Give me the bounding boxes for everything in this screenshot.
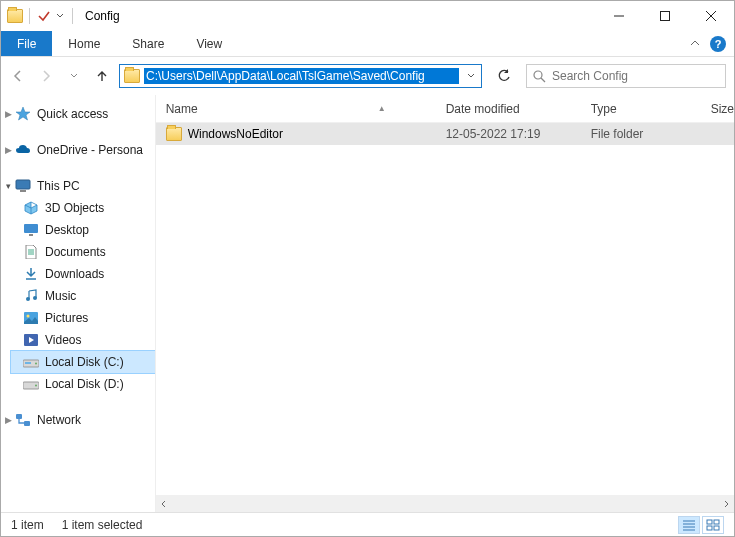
column-label: Size [711,102,734,116]
scroll-left-icon[interactable] [156,495,173,512]
file-list[interactable]: WindowsNoEditor 12-05-2022 17:19 File fo… [156,123,734,495]
sidebar-onedrive[interactable]: ▶ OneDrive - Persona [11,139,155,161]
column-name[interactable]: Name ▲ [166,102,446,116]
sidebar-network[interactable]: ▶ Network [11,409,155,431]
sidebar-item-local-disk-c[interactable]: Local Disk (C:) [11,351,155,373]
sidebar-this-pc[interactable]: ▾ This PC [11,175,155,197]
file-row[interactable]: WindowsNoEditor 12-05-2022 17:19 File fo… [156,123,734,145]
scroll-track[interactable] [173,495,717,512]
svg-rect-5 [20,190,26,192]
svg-point-19 [35,363,37,365]
column-headers: Name ▲ Date modified Type Size [156,95,734,123]
sort-asc-icon: ▲ [378,104,386,113]
drive-icon [23,354,39,370]
svg-rect-7 [29,234,33,236]
address-bar[interactable] [119,64,482,88]
sidebar-item-label: Documents [45,245,106,259]
status-count: 1 item [11,518,44,532]
cube-icon [23,200,39,216]
window-title: Config [85,9,120,23]
svg-point-13 [33,296,37,300]
sidebar-quick-access[interactable]: ▶ Quick access [11,103,155,125]
sidebar-item-label: Local Disk (D:) [45,377,124,391]
svg-rect-1 [661,12,670,21]
status-bar: 1 item 1 item selected [1,512,734,536]
address-input[interactable] [144,68,459,84]
svg-rect-22 [16,414,22,419]
horizontal-scrollbar[interactable] [156,495,734,512]
search-input[interactable] [552,69,719,83]
status-selected: 1 item selected [62,518,143,532]
sidebar-item-local-disk-d[interactable]: Local Disk (D:) [11,373,155,395]
main: ▶ Quick access ▶ OneDrive - Persona ▾ [1,95,734,512]
search-box[interactable] [526,64,726,88]
chevron-down-icon[interactable]: ▾ [3,181,13,191]
svg-rect-23 [24,421,30,426]
svg-point-12 [26,297,30,301]
scroll-right-icon[interactable] [717,495,734,512]
sidebar-item-label: Videos [45,333,81,347]
details-view-button[interactable] [678,516,700,534]
up-button[interactable] [93,67,111,85]
ribbon-right: ? [690,31,734,56]
nav-arrows [9,67,111,85]
qat-dropdown-icon[interactable] [54,8,66,24]
qat-properties-icon[interactable] [36,8,52,24]
close-button[interactable] [688,1,734,31]
thumbnails-view-icon [706,519,720,531]
chevron-right-icon[interactable]: ▶ [3,415,13,425]
tab-share[interactable]: Share [116,31,180,56]
back-button[interactable] [9,67,27,85]
tab-view[interactable]: View [180,31,238,56]
sidebar-item-pictures[interactable]: Pictures [11,307,155,329]
star-icon [15,106,31,122]
chevron-right-icon[interactable]: ▶ [3,145,13,155]
sidebar-item-label: Pictures [45,311,88,325]
column-type[interactable]: Type [591,102,711,116]
chevron-right-icon[interactable]: ▶ [3,109,13,119]
sidebar-item-label: Music [45,289,76,303]
svg-point-15 [27,315,30,318]
tab-home[interactable]: Home [52,31,116,56]
maximize-button[interactable] [642,1,688,31]
address-dropdown-icon[interactable] [459,71,481,81]
sidebar-item-desktop[interactable]: Desktop [11,219,155,241]
cloud-icon [15,142,31,158]
svg-rect-30 [707,526,712,530]
nav-pane: ▶ Quick access ▶ OneDrive - Persona ▾ [1,95,155,512]
svg-rect-31 [714,526,719,530]
window-controls [596,1,734,31]
titlebar: Config [1,1,734,31]
minimize-button[interactable] [596,1,642,31]
navbar [1,57,734,95]
file-tab[interactable]: File [1,31,52,56]
sidebar-item-3d-objects[interactable]: 3D Objects [11,197,155,219]
sidebar-item-label: Local Disk (C:) [45,355,124,369]
svg-point-21 [35,385,37,387]
file-date: 12-05-2022 17:19 [446,127,591,141]
sidebar-item-label: This PC [37,179,80,193]
ribbon-collapse-icon[interactable] [690,39,700,49]
desktop-icon [23,222,39,238]
pc-icon [15,178,31,194]
thumbnails-view-button[interactable] [702,516,724,534]
sidebar-item-documents[interactable]: Documents [11,241,155,263]
forward-button[interactable] [37,67,55,85]
sidebar-item-label: Quick access [37,107,108,121]
app-folder-icon [7,9,23,23]
column-size[interactable]: Size [711,102,734,116]
svg-rect-29 [714,520,719,524]
sidebar-item-music[interactable]: Music [11,285,155,307]
help-icon[interactable]: ? [710,36,726,52]
sidebar-item-videos[interactable]: Videos [11,329,155,351]
column-label: Date modified [446,102,520,116]
sidebar-item-label: Network [37,413,81,427]
pictures-icon [23,310,39,326]
refresh-button[interactable] [490,64,518,88]
column-date[interactable]: Date modified [446,102,591,116]
recent-dropdown-icon[interactable] [65,67,83,85]
details-view-icon [682,519,696,531]
sidebar-item-downloads[interactable]: Downloads [11,263,155,285]
drive-icon [23,376,39,392]
sidebar-item-label: 3D Objects [45,201,104,215]
